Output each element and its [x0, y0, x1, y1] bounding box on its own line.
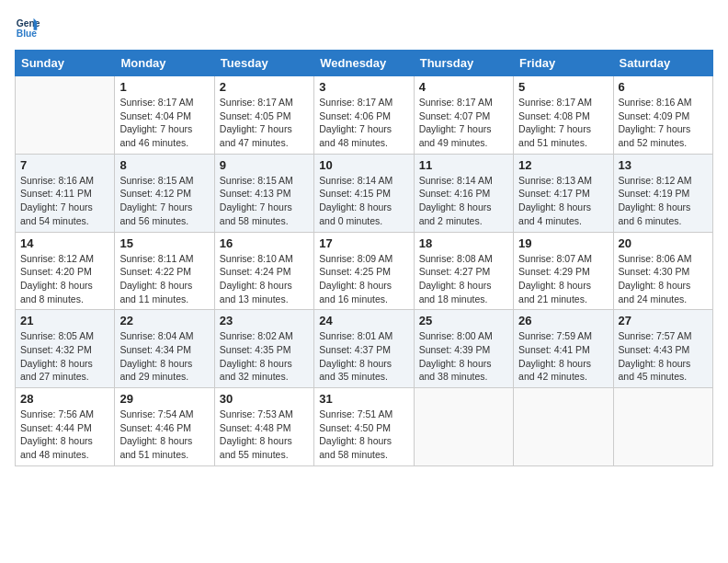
day-info: Sunrise: 8:16 AMSunset: 4:11 PMDaylight:…: [20, 174, 109, 228]
day-number: 19: [518, 236, 608, 250]
day-number: 26: [518, 314, 608, 327]
calendar-cell: 31Sunrise: 7:51 AMSunset: 4:50 PMDayligh…: [314, 388, 414, 466]
day-number: 22: [119, 314, 209, 327]
day-info: Sunrise: 8:07 AMSunset: 4:29 PMDaylight:…: [518, 252, 608, 306]
column-header-wednesday: Wednesday: [314, 51, 414, 76]
day-number: 6: [619, 80, 708, 94]
calendar-table: SundayMondayTuesdayWednesdayThursdayFrid…: [15, 50, 713, 466]
calendar-cell: 9Sunrise: 8:15 AMSunset: 4:13 PMDaylight…: [214, 154, 313, 232]
day-number: 4: [419, 80, 508, 94]
day-info: Sunrise: 7:57 AMSunset: 4:43 PMDaylight:…: [619, 329, 708, 384]
day-number: 20: [619, 236, 708, 250]
calendar-cell: 7Sunrise: 8:16 AMSunset: 4:11 PMDaylight…: [16, 154, 115, 232]
calendar-cell: 30Sunrise: 7:53 AMSunset: 4:48 PMDayligh…: [214, 388, 313, 466]
day-number: 3: [319, 80, 408, 94]
week-row-3: 14Sunrise: 8:12 AMSunset: 4:20 PMDayligh…: [16, 232, 713, 310]
calendar-cell: 4Sunrise: 8:17 AMSunset: 4:07 PMDaylight…: [414, 76, 513, 155]
calendar-cell: [514, 388, 613, 466]
day-number: 1: [119, 80, 209, 94]
day-info: Sunrise: 8:01 AMSunset: 4:37 PMDaylight:…: [319, 329, 408, 384]
day-number: 29: [119, 392, 209, 406]
week-row-4: 21Sunrise: 8:05 AMSunset: 4:32 PMDayligh…: [16, 310, 713, 388]
calendar-cell: 17Sunrise: 8:09 AMSunset: 4:25 PMDayligh…: [314, 232, 414, 310]
calendar-cell: 15Sunrise: 8:11 AMSunset: 4:22 PMDayligh…: [115, 232, 214, 310]
day-number: 21: [20, 314, 109, 327]
day-info: Sunrise: 8:16 AMSunset: 4:09 PMDaylight:…: [619, 96, 708, 150]
day-info: Sunrise: 8:00 AMSunset: 4:39 PMDaylight:…: [419, 329, 508, 384]
column-header-saturday: Saturday: [613, 51, 712, 76]
day-number: 12: [518, 158, 608, 172]
day-info: Sunrise: 8:11 AMSunset: 4:22 PMDaylight:…: [119, 252, 209, 306]
day-info: Sunrise: 7:56 AMSunset: 4:44 PMDaylight:…: [20, 408, 109, 462]
day-info: Sunrise: 7:54 AMSunset: 4:46 PMDaylight:…: [119, 408, 209, 462]
calendar-cell: 16Sunrise: 8:10 AMSunset: 4:24 PMDayligh…: [214, 232, 313, 310]
column-header-thursday: Thursday: [414, 51, 513, 76]
day-number: 13: [619, 158, 708, 172]
day-info: Sunrise: 8:15 AMSunset: 4:13 PMDaylight:…: [220, 174, 309, 228]
day-info: Sunrise: 8:08 AMSunset: 4:27 PMDaylight:…: [419, 252, 508, 306]
calendar-cell: 13Sunrise: 8:12 AMSunset: 4:19 PMDayligh…: [613, 154, 712, 232]
week-row-5: 28Sunrise: 7:56 AMSunset: 4:44 PMDayligh…: [16, 388, 713, 466]
calendar-cell: 21Sunrise: 8:05 AMSunset: 4:32 PMDayligh…: [16, 310, 115, 388]
calendar-cell: 27Sunrise: 7:57 AMSunset: 4:43 PMDayligh…: [613, 310, 712, 388]
calendar-cell: [414, 388, 513, 466]
day-number: 31: [319, 392, 408, 406]
column-header-tuesday: Tuesday: [214, 51, 313, 76]
calendar-body: 1Sunrise: 8:17 AMSunset: 4:04 PMDaylight…: [16, 76, 713, 466]
day-number: 30: [220, 392, 309, 406]
day-info: Sunrise: 8:04 AMSunset: 4:34 PMDaylight:…: [119, 329, 209, 384]
day-info: Sunrise: 8:02 AMSunset: 4:35 PMDaylight:…: [220, 329, 309, 384]
calendar-cell: 2Sunrise: 8:17 AMSunset: 4:05 PMDaylight…: [214, 76, 313, 155]
logo-icon: General Blue: [15, 15, 40, 40]
day-info: Sunrise: 8:14 AMSunset: 4:15 PMDaylight:…: [319, 174, 408, 228]
day-info: Sunrise: 8:05 AMSunset: 4:32 PMDaylight:…: [20, 329, 109, 384]
calendar-cell: 5Sunrise: 8:17 AMSunset: 4:08 PMDaylight…: [514, 76, 613, 155]
calendar-cell: 3Sunrise: 8:17 AMSunset: 4:06 PMDaylight…: [314, 76, 414, 155]
calendar-cell: 20Sunrise: 8:06 AMSunset: 4:30 PMDayligh…: [613, 232, 712, 310]
day-info: Sunrise: 8:17 AMSunset: 4:04 PMDaylight:…: [119, 96, 209, 150]
day-number: 23: [220, 314, 309, 327]
day-number: 18: [419, 236, 508, 250]
calendar-cell: 28Sunrise: 7:56 AMSunset: 4:44 PMDayligh…: [16, 388, 115, 466]
day-number: 10: [319, 158, 408, 172]
day-info: Sunrise: 8:09 AMSunset: 4:25 PMDaylight:…: [319, 252, 408, 306]
day-info: Sunrise: 8:06 AMSunset: 4:30 PMDaylight:…: [619, 252, 708, 306]
calendar-cell: 22Sunrise: 8:04 AMSunset: 4:34 PMDayligh…: [115, 310, 214, 388]
day-info: Sunrise: 8:17 AMSunset: 4:06 PMDaylight:…: [319, 96, 408, 150]
calendar-cell: 6Sunrise: 8:16 AMSunset: 4:09 PMDaylight…: [613, 76, 712, 155]
calendar-cell: [16, 76, 115, 155]
day-info: Sunrise: 8:13 AMSunset: 4:17 PMDaylight:…: [518, 174, 608, 228]
day-info: Sunrise: 7:51 AMSunset: 4:50 PMDaylight:…: [319, 408, 408, 462]
calendar-cell: 25Sunrise: 8:00 AMSunset: 4:39 PMDayligh…: [414, 310, 513, 388]
day-number: 8: [119, 158, 209, 172]
calendar-cell: 11Sunrise: 8:14 AMSunset: 4:16 PMDayligh…: [414, 154, 513, 232]
day-info: Sunrise: 8:17 AMSunset: 4:05 PMDaylight:…: [220, 96, 309, 150]
day-info: Sunrise: 8:17 AMSunset: 4:08 PMDaylight:…: [518, 96, 608, 150]
day-info: Sunrise: 8:15 AMSunset: 4:12 PMDaylight:…: [119, 174, 209, 228]
svg-text:Blue: Blue: [17, 29, 38, 39]
column-header-monday: Monday: [115, 51, 214, 76]
calendar-cell: 14Sunrise: 8:12 AMSunset: 4:20 PMDayligh…: [16, 232, 115, 310]
day-info: Sunrise: 8:14 AMSunset: 4:16 PMDaylight:…: [419, 174, 508, 228]
calendar-cell: 12Sunrise: 8:13 AMSunset: 4:17 PMDayligh…: [514, 154, 613, 232]
day-info: Sunrise: 8:10 AMSunset: 4:24 PMDaylight:…: [220, 252, 309, 306]
calendar-cell: 23Sunrise: 8:02 AMSunset: 4:35 PMDayligh…: [214, 310, 313, 388]
day-number: 5: [518, 80, 608, 94]
calendar-cell: 18Sunrise: 8:08 AMSunset: 4:27 PMDayligh…: [414, 232, 513, 310]
day-number: 27: [619, 314, 708, 327]
calendar-cell: 1Sunrise: 8:17 AMSunset: 4:04 PMDaylight…: [115, 76, 214, 155]
week-row-2: 7Sunrise: 8:16 AMSunset: 4:11 PMDaylight…: [16, 154, 713, 232]
column-header-sunday: Sunday: [16, 51, 115, 76]
calendar-header-row: SundayMondayTuesdayWednesdayThursdayFrid…: [16, 51, 713, 76]
day-info: Sunrise: 8:12 AMSunset: 4:20 PMDaylight:…: [20, 252, 109, 306]
day-number: 7: [20, 158, 109, 172]
day-number: 24: [319, 314, 408, 327]
calendar-cell: 24Sunrise: 8:01 AMSunset: 4:37 PMDayligh…: [314, 310, 414, 388]
logo: General Blue: [15, 15, 40, 40]
day-info: Sunrise: 8:17 AMSunset: 4:07 PMDaylight:…: [419, 96, 508, 150]
calendar-cell: 26Sunrise: 7:59 AMSunset: 4:41 PMDayligh…: [514, 310, 613, 388]
column-header-friday: Friday: [514, 51, 613, 76]
day-number: 2: [220, 80, 309, 94]
day-info: Sunrise: 8:12 AMSunset: 4:19 PMDaylight:…: [619, 174, 708, 228]
page-header: General Blue: [15, 15, 713, 40]
